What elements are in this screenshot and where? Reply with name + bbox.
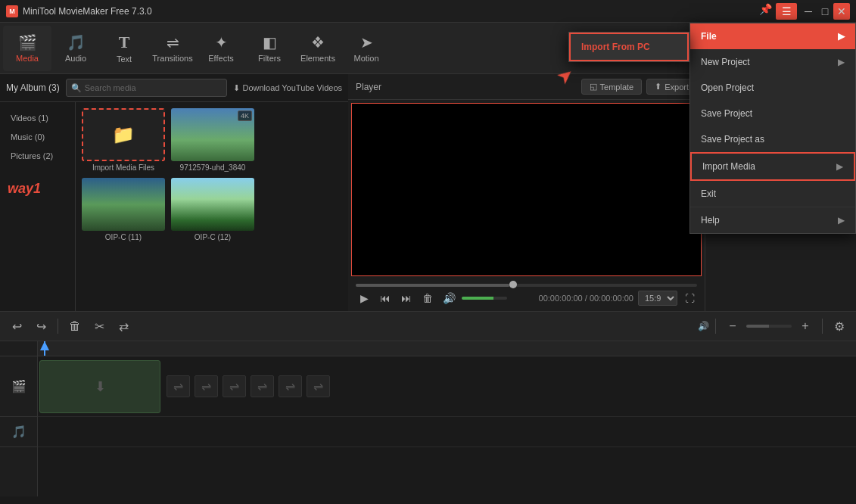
next-frame-button[interactable]: ⏭ — [398, 290, 415, 306]
sidebar-item-pictures[interactable]: Pictures (2) — [3, 147, 72, 165]
image-item-1[interactable]: OIP-C (11) — [82, 178, 165, 241]
app-title: MiniTool MovieMaker Free 7.3.0 — [23, 6, 759, 17]
audio-track — [38, 417, 856, 447]
media-panel-header: My Album (3) 🔍 Search media ⬇ Download Y… — [0, 74, 348, 102]
dropdown-exit[interactable]: Exit — [690, 181, 855, 207]
timeline-ruler — [38, 341, 856, 356]
image-thumbnail-2 — [171, 178, 254, 231]
dropdown-help[interactable]: Help ▶ — [690, 207, 855, 233]
dropdown-section-main: New Project ▶ Open Project Save Project … — [690, 49, 855, 207]
sidebar-music-label: Music (0) — [11, 132, 45, 142]
image-item-2[interactable]: OIP-C (12) — [171, 178, 254, 241]
playhead[interactable] — [44, 341, 45, 356]
toolbar-audio[interactable]: 🎵 Audio — [51, 26, 100, 71]
time-bar-dot — [509, 281, 517, 288]
redo-button[interactable]: ↪ — [30, 316, 51, 337]
dropdown-new-project[interactable]: New Project ▶ — [690, 49, 855, 75]
sidebar-item-videos[interactable]: Videos (1) — [3, 109, 72, 127]
volume-slider[interactable] — [462, 297, 507, 300]
total-time: 00:00:00:00 — [590, 294, 633, 303]
toolbar-separator-1 — [58, 319, 58, 334]
media-icon: 🎬 — [18, 33, 37, 51]
toolbar-filters[interactable]: ◧ Filters — [245, 26, 294, 71]
zoom-slider[interactable] — [746, 325, 792, 328]
import-media-label: Import Media Files — [92, 163, 154, 172]
fullscreen-button[interactable]: ⛶ — [682, 291, 697, 306]
timeline-content: ⬇ ⇌ ⇌ ⇌ ⇌ ⇌ ⇌ — [38, 341, 856, 496]
delete-clip-button[interactable]: 🗑 — [64, 316, 86, 337]
player-header-buttons: ◱ Template ⬆ Export — [581, 79, 697, 95]
arrow-2[interactable]: ⇌ — [195, 375, 218, 397]
dropdown-open-project[interactable]: Open Project — [690, 75, 855, 101]
toolbar-effects-label: Effects — [208, 54, 233, 63]
sidebar-item-music[interactable]: Music (0) — [3, 128, 72, 146]
image-thumb-1 — [82, 178, 165, 231]
submenu-import-from-pc[interactable]: Import From PC — [569, 33, 689, 61]
toolbar-motion-label: Motion — [353, 54, 378, 63]
arrow-4[interactable]: ⇌ — [251, 375, 274, 397]
player-video — [351, 103, 702, 276]
file-menu-arrow: ▶ — [838, 31, 845, 42]
elements-icon: ❖ — [311, 33, 325, 51]
import-media-item[interactable]: 📁 Import Media Files — [82, 108, 165, 172]
controls-row: ▶ ⏮ ⏭ 🗑 🔊 00:00:00:00 / 00:00:00:00 15:9… — [356, 290, 697, 306]
toolbar-transitions[interactable]: ⇌ Transitions — [148, 26, 197, 71]
zoom-out-button[interactable]: − — [722, 316, 743, 337]
prev-frame-button[interactable]: ⏮ — [377, 290, 394, 306]
arrow-3[interactable]: ⇌ — [223, 375, 246, 397]
zoom-in-button[interactable]: + — [795, 316, 816, 337]
media-grid: 📁 Import Media Files 4K 9712579-uhd_3840 — [76, 102, 348, 311]
file-submenu: Import From PC — [568, 32, 689, 62]
fps-select[interactable]: 15:9 — [638, 291, 677, 306]
import-media-thumb[interactable]: 📁 — [82, 108, 165, 161]
arrow-1[interactable]: ⇌ — [167, 375, 190, 397]
open-project-label: Open Project — [701, 82, 754, 93]
volume-button[interactable]: 🔊 — [440, 290, 457, 306]
time-bar[interactable] — [356, 284, 697, 287]
close-button[interactable]: ✕ — [833, 3, 850, 20]
toolbar-separator-3 — [822, 319, 823, 334]
arrow-6[interactable]: ⇌ — [307, 375, 330, 397]
image-thumbnail-1 — [82, 178, 165, 231]
media-body: Videos (1) Music (0) Pictures (2) way1 — [0, 102, 348, 311]
download-youtube-button[interactable]: ⬇ Download YouTube Videos — [233, 83, 343, 93]
template-button[interactable]: ◱ Template — [581, 79, 643, 95]
arrow-5[interactable]: ⇌ — [279, 375, 302, 397]
maximize-button[interactable]: □ — [817, 3, 833, 20]
timeline-toolbar-right: 🔊 − + ⚙ — [698, 316, 850, 337]
dropdown-import-media[interactable]: Import Media ▶ — [690, 152, 855, 181]
toolbar-text[interactable]: T Text — [100, 26, 148, 71]
new-project-arrow: ▶ — [838, 57, 845, 67]
file-menu-header[interactable]: File ▶ — [690, 23, 855, 49]
settings-button[interactable]: ⚙ — [829, 316, 850, 337]
cut-button[interactable]: ✂ — [89, 316, 110, 337]
search-placeholder: Search media — [85, 83, 136, 92]
toolbar-motion[interactable]: ➤ Motion — [342, 26, 391, 71]
pin-icon[interactable]: 📌 — [759, 3, 776, 20]
toolbar-media[interactable]: 🎬 Media — [3, 26, 51, 71]
timeline-tracks: ⬇ ⇌ ⇌ ⇌ ⇌ ⇌ ⇌ — [38, 356, 856, 496]
split-button[interactable]: ⇄ — [113, 316, 134, 337]
search-bar[interactable]: 🔍 Search media — [66, 79, 227, 97]
hamburger-menu-button[interactable]: ☰ — [776, 3, 797, 20]
video-media-item[interactable]: 4K 9712579-uhd_3840 — [171, 108, 254, 172]
play-button[interactable]: ▶ — [356, 290, 372, 306]
toolbar-elements[interactable]: ❖ Elements — [294, 26, 342, 71]
dropdown-save-project-as[interactable]: Save Project as — [690, 126, 855, 152]
dropdown-save-project[interactable]: Save Project — [690, 101, 855, 126]
delete-button[interactable]: 🗑 — [419, 290, 436, 306]
way1-annotation: way1 — [0, 166, 75, 212]
album-title: My Album (3) — [6, 82, 60, 93]
undo-button[interactable]: ↩ — [6, 316, 27, 337]
video-clip[interactable]: ⬇ — [39, 360, 160, 413]
import-folder-icon: 📁 — [112, 124, 135, 145]
minimize-button[interactable]: ─ — [800, 3, 817, 20]
sidebar-videos-label: Videos (1) — [11, 114, 48, 123]
import-media-label: Import Media — [702, 161, 755, 172]
toolbar-effects[interactable]: ✦ Effects — [197, 26, 245, 71]
file-menu-label: File — [701, 31, 717, 42]
time-display: 00:00:00:00 / 00:00:00:00 — [539, 294, 633, 303]
new-project-label: New Project — [701, 57, 750, 67]
filters-icon: ◧ — [263, 33, 277, 51]
save-project-as-label: Save Project as — [701, 134, 764, 145]
